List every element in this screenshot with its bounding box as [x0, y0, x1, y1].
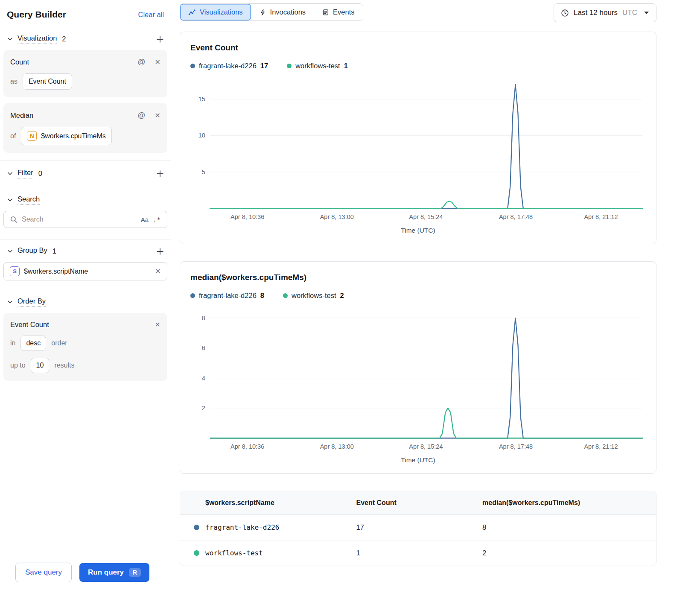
- add-visualization-button[interactable]: [156, 35, 164, 43]
- tab-events[interactable]: Events: [314, 4, 362, 20]
- panel-header: Query Builder Clear all: [0, 0, 171, 30]
- svg-text:Apr 8, 13:00: Apr 8, 13:00: [320, 213, 354, 220]
- group-by-section-header: Group By 1: [0, 239, 171, 262]
- visualization-section-header: Visualization 2: [0, 30, 171, 50]
- svg-text:10: 10: [198, 132, 205, 139]
- script-name: workflows-test: [205, 549, 263, 557]
- series-dot: [194, 525, 199, 530]
- event-count-chart-panel: Event Count fragrant-lake-d226 17 workfl…: [180, 32, 656, 244]
- remove-order-by-icon[interactable]: ✕: [155, 321, 160, 329]
- group-by-item[interactable]: S $workers.scriptName ✕: [3, 262, 167, 280]
- alias-chip[interactable]: Event Count: [23, 73, 72, 90]
- visualization-card-median: Median @ ✕ of N $workers.cpuTimeMs: [3, 103, 167, 153]
- match-case-icon[interactable]: Aa: [141, 216, 149, 223]
- series-name: fragrant-lake-d226: [199, 62, 257, 70]
- table-row[interactable]: fragrant-lake-d226 17 8: [180, 514, 656, 540]
- svg-text:6: 6: [202, 344, 205, 351]
- view-tabs: Visualizations Invocations Events: [180, 3, 363, 21]
- direction-chip[interactable]: desc: [20, 336, 46, 351]
- chevron-down-icon[interactable]: [7, 197, 13, 203]
- order-by-card: Event Count ✕ in desc order up to 10 res…: [3, 313, 167, 381]
- svg-text:8: 8: [202, 315, 205, 321]
- series-name: workflows-test: [295, 62, 340, 70]
- app: Query Builder Clear all Visualization 2 …: [0, 0, 700, 613]
- tab-invocations[interactable]: Invocations: [251, 4, 314, 20]
- chart-title: Event Count: [190, 43, 646, 53]
- series-total: 1: [344, 62, 348, 70]
- column-header: Event Count: [356, 499, 482, 507]
- svg-text:5: 5: [202, 169, 205, 175]
- svg-text:Apr 8, 21:12: Apr 8, 21:12: [584, 444, 618, 450]
- legend-item[interactable]: workflows-test 1: [287, 62, 348, 70]
- run-shortcut-key: R: [129, 568, 141, 577]
- series-total: 8: [260, 292, 264, 300]
- x-axis-label: Time (UTC): [190, 456, 646, 464]
- svg-text:15: 15: [198, 96, 205, 102]
- remove-visualization-icon[interactable]: ✕: [155, 111, 160, 120]
- type-number-badge: N: [27, 131, 37, 141]
- lightning-icon: [260, 9, 266, 16]
- panel-title: Query Builder: [7, 9, 66, 20]
- aggregation-name: Count: [10, 58, 29, 66]
- type-string-badge: S: [10, 266, 20, 276]
- visualization-count: 2: [62, 35, 66, 43]
- svg-text:Apr 8, 10:36: Apr 8, 10:36: [230, 213, 264, 220]
- order-label: order: [51, 339, 67, 347]
- median-cputime-chart[interactable]: 2468Apr 8, 10:36Apr 8, 13:00Apr 8, 15:24…: [190, 304, 646, 455]
- search-input[interactable]: [22, 216, 137, 223]
- group-by-section-label: Group By: [18, 246, 47, 256]
- chart-legend: fragrant-lake-d226 17 workflows-test 1: [190, 62, 646, 70]
- legend-item[interactable]: workflows-test 2: [283, 292, 344, 300]
- series-dot: [190, 293, 195, 298]
- time-range-dropdown[interactable]: Last 12 hours UTC: [554, 3, 656, 22]
- save-query-button[interactable]: Save query: [15, 563, 72, 582]
- svg-text:Apr 8, 17:48: Apr 8, 17:48: [499, 444, 533, 450]
- remove-visualization-icon[interactable]: ✕: [155, 58, 160, 66]
- events-list-icon: [322, 9, 329, 16]
- limit-chip[interactable]: 10: [31, 358, 50, 373]
- of-label: of: [10, 132, 16, 140]
- run-query-button[interactable]: Run query R: [79, 563, 149, 582]
- mention-icon[interactable]: @: [137, 58, 145, 67]
- panel-footer: Save query Run query R: [0, 557, 171, 613]
- table-row[interactable]: workflows-test 1 2: [180, 540, 656, 566]
- results-topbar: Visualizations Invocations Events Last 1…: [180, 3, 656, 22]
- median-value: 2: [482, 549, 656, 557]
- tab-visualizations[interactable]: Visualizations: [180, 4, 251, 20]
- series-total: 17: [260, 62, 268, 70]
- add-group-by-button[interactable]: [156, 248, 164, 255]
- order-by-section-label: Order By: [18, 297, 46, 307]
- chevron-down-icon[interactable]: [7, 299, 13, 305]
- clear-all-link[interactable]: Clear all: [138, 11, 164, 19]
- group-by-field: $workers.scriptName: [24, 268, 88, 275]
- chart-title: median($workers.cpuTimeMs): [190, 273, 646, 282]
- field-name: $workers.cpuTimeMs: [41, 132, 105, 140]
- svg-text:Apr 8, 15:24: Apr 8, 15:24: [409, 213, 443, 220]
- mention-icon[interactable]: @: [137, 111, 145, 120]
- chevron-down-icon[interactable]: [7, 170, 13, 177]
- series-name: fragrant-lake-d226: [199, 292, 257, 300]
- event-count-chart[interactable]: 51015Apr 8, 10:36Apr 8, 13:00Apr 8, 15:2…: [190, 74, 646, 226]
- chevron-down-icon[interactable]: [7, 36, 13, 42]
- script-name: fragrant-lake-d226: [205, 523, 279, 531]
- tab-label: Invocations: [270, 8, 306, 16]
- field-chip[interactable]: N $workers.cpuTimeMs: [21, 127, 111, 145]
- run-query-label: Run query: [88, 568, 124, 577]
- legend-item[interactable]: fragrant-lake-d226 8: [190, 292, 264, 300]
- legend-item[interactable]: fragrant-lake-d226 17: [190, 62, 268, 70]
- remove-group-by-icon[interactable]: ✕: [155, 267, 161, 275]
- query-builder-panel: Query Builder Clear all Visualization 2 …: [0, 0, 171, 613]
- series-dot: [190, 64, 195, 68]
- chevron-down-icon[interactable]: [7, 248, 13, 254]
- svg-text:2: 2: [202, 405, 205, 412]
- aggregation-name: Median: [10, 111, 33, 120]
- results-area: Visualizations Invocations Events Last 1…: [171, 0, 700, 613]
- svg-text:Apr 8, 21:12: Apr 8, 21:12: [584, 213, 618, 220]
- add-filter-button[interactable]: [156, 170, 164, 178]
- up-to-label: up to: [10, 362, 26, 369]
- series-dot: [194, 550, 199, 556]
- regex-icon[interactable]: .*: [153, 216, 161, 223]
- tab-label: Events: [333, 8, 354, 16]
- svg-text:Apr 8, 10:36: Apr 8, 10:36: [230, 444, 264, 450]
- series-dot: [287, 64, 292, 68]
